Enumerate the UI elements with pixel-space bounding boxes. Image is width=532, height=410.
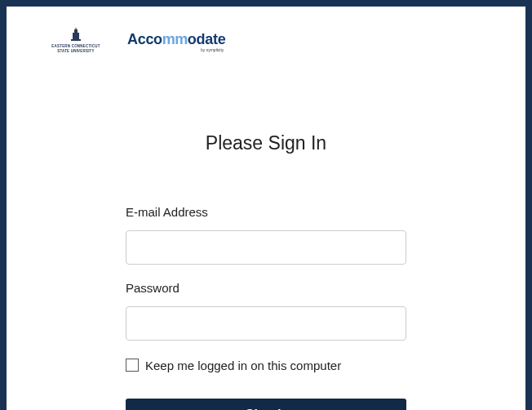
svg-rect-1 [73,33,79,39]
password-field-group: Password [126,281,406,341]
email-field-group: E-mail Address [126,205,406,265]
page-title: Please Sign In [47,132,485,154]
svg-rect-3 [75,28,77,29]
signin-button[interactable]: Sign In [126,399,406,410]
product-logo: Accommodate [127,32,225,47]
email-label: E-mail Address [126,205,406,219]
remember-checkbox[interactable] [126,359,139,372]
svg-rect-2 [71,39,81,41]
email-input[interactable] [126,230,406,265]
remember-row: Keep me logged in on this computer [126,359,406,372]
university-name: EASTERN CONNECTICUT STATE UNIVERSITY [47,44,104,54]
product-logo-wrap: Accommodate by symplicity [127,32,225,52]
signin-card: EASTERN CONNECTICUT STATE UNIVERSITY Acc… [7,7,525,410]
product-logo-part2: odate [188,31,226,47]
product-logo-part1: Acco [127,31,162,47]
university-logo: EASTERN CONNECTICUT STATE UNIVERSITY [47,28,104,57]
password-input[interactable] [126,306,406,341]
university-tagline [76,55,77,57]
password-label: Password [126,281,406,295]
university-crest-icon [70,28,82,42]
svg-rect-0 [74,29,78,33]
remember-label: Keep me logged in on this computer [145,359,341,372]
signin-form: E-mail Address Password Keep me logged i… [126,205,406,410]
logo-row: EASTERN CONNECTICUT STATE UNIVERSITY Acc… [47,28,485,57]
product-byline: by symplicity [127,47,224,52]
product-logo-mm: mm [162,31,188,47]
